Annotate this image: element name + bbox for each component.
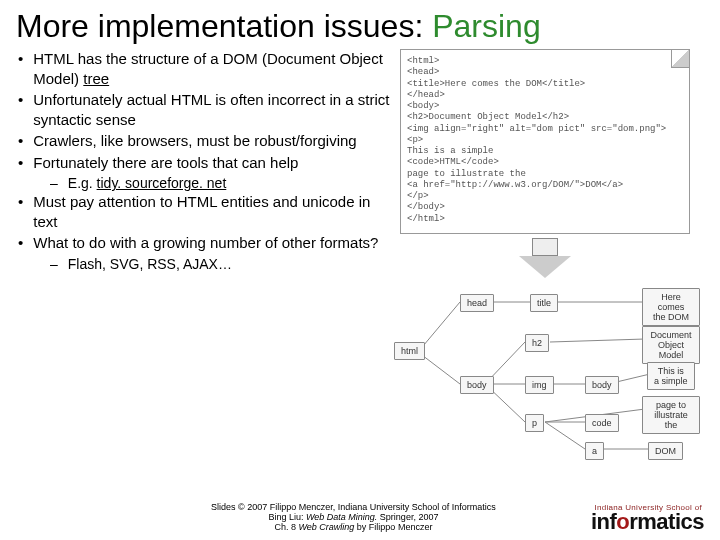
tree-node: DOM xyxy=(648,442,683,460)
tree-node: This is a simple xyxy=(647,362,695,390)
bullet-item: Must pay attention to HTML entities and … xyxy=(10,192,390,231)
slide-title: More implementation issues: Parsing xyxy=(0,0,720,49)
code-line: </p> xyxy=(407,191,681,202)
code-line: <body> xyxy=(407,101,681,112)
code-line: </body> xyxy=(407,202,681,213)
code-line: </html> xyxy=(407,214,681,225)
html-source-sheet: <html> <head> <title>Here comes the DOM<… xyxy=(400,49,690,234)
code-line: <h2>Document Object Model</h2> xyxy=(407,112,681,123)
bullet-item: What to do with a growing number of othe… xyxy=(10,233,390,253)
bullet-list: HTML has the structure of a DOM (Documen… xyxy=(10,49,390,464)
bullet-item: Crawlers, like browsers, must be robust/… xyxy=(10,131,390,151)
code-line: <title>Here comes the DOM</title> xyxy=(407,79,681,90)
tree-node: p xyxy=(525,414,544,432)
diagram-panel: <html> <head> <title>Here comes the DOM<… xyxy=(390,49,700,464)
slide-footer: Slides © 2007 Filippo Menczer, Indiana U… xyxy=(0,502,720,532)
code-line: This is a simple xyxy=(407,146,681,157)
informatics-logo: Indiana University School of informatics xyxy=(591,503,704,532)
tree-node: img xyxy=(525,376,554,394)
code-line: <head> xyxy=(407,67,681,78)
code-line: <html> xyxy=(407,56,681,67)
link-tidy[interactable]: tidy. sourceforge. net xyxy=(97,175,227,191)
tree-node: head xyxy=(460,294,494,312)
svg-line-12 xyxy=(545,422,585,449)
sub-bullet: E.g. tidy. sourceforge. net xyxy=(50,174,390,192)
code-line: <p> xyxy=(407,135,681,146)
tree-node: code xyxy=(585,414,619,432)
tree-node: html xyxy=(394,342,425,360)
title-prefix: More implementation issues: xyxy=(16,8,432,44)
link-tree[interactable]: tree xyxy=(83,70,109,87)
code-line: <a href="http://www.w3.org/DOM/">DOM</a> xyxy=(407,180,681,191)
bullet-item: Fortunately there are tools that can hel… xyxy=(10,153,390,173)
svg-line-7 xyxy=(550,339,645,342)
code-line: <code>HTML</code> xyxy=(407,157,681,168)
tree-node: body xyxy=(460,376,494,394)
tree-node: title xyxy=(530,294,558,312)
page-fold-icon xyxy=(671,50,689,68)
tree-node: a xyxy=(585,442,604,460)
code-line: </head> xyxy=(407,90,681,101)
title-highlight: Parsing xyxy=(432,8,541,44)
code-line: page to illustrate the xyxy=(407,169,681,180)
bullet-item: HTML has the structure of a DOM (Documen… xyxy=(10,49,390,88)
sub-bullet: Flash, SVG, RSS, AJAX… xyxy=(50,255,390,273)
footer-credits: Slides © 2007 Filippo Menczer, Indiana U… xyxy=(116,502,591,532)
tree-node: Here comes the DOM xyxy=(642,288,700,326)
dom-tree: html head title Here comes the DOM body … xyxy=(390,284,700,464)
tree-node: Document Object Model xyxy=(642,326,700,364)
content-row: HTML has the structure of a DOM (Documen… xyxy=(0,49,720,464)
code-line: <img align="right" alt="dom pict" src="d… xyxy=(407,124,681,135)
bullet-item: Unfortunately actual HTML is often incor… xyxy=(10,90,390,129)
arrow-down-icon xyxy=(515,238,575,278)
tree-node: body xyxy=(585,376,619,394)
tree-node: h2 xyxy=(525,334,549,352)
tree-node: page to illustrate the xyxy=(642,396,700,434)
